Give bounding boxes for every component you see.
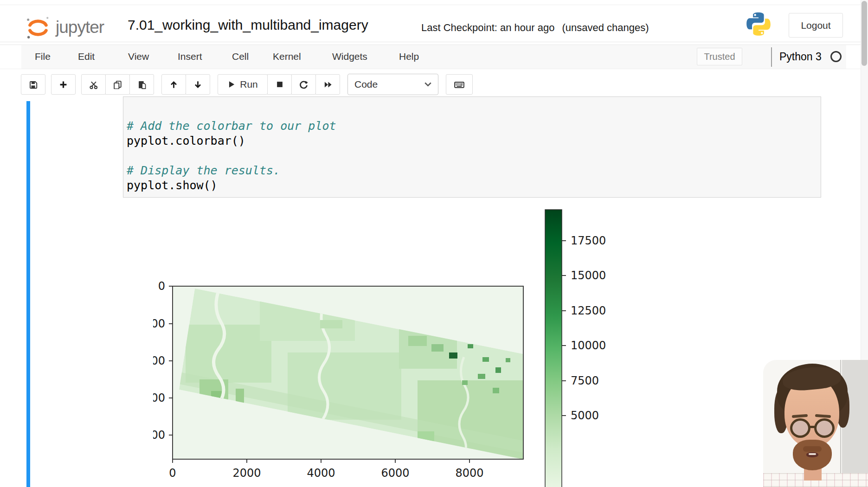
menu-kernel[interactable]: Kernel	[273, 45, 301, 69]
run-label: Run	[240, 79, 258, 90]
jupyter-logo-text: jupyter	[56, 18, 104, 37]
menu-help[interactable]: Help	[399, 45, 419, 69]
cut-cell-button[interactable]	[81, 74, 106, 95]
run-icon	[227, 80, 236, 89]
menu-file[interactable]: File	[35, 45, 51, 69]
interrupt-kernel-button[interactable]	[267, 74, 292, 95]
colorbar-tick-label: 5000	[571, 409, 599, 422]
output-plot: 0 1000 2000 3000 4000 0 2000 4000 6000 8…	[153, 204, 617, 487]
jupyter-notebook-window: jupyter 7.01_working_with_multiband_imag…	[0, 0, 868, 487]
header-divider	[0, 42, 868, 42]
move-cell-down-button[interactable]	[186, 74, 210, 95]
copy-icon	[113, 80, 122, 89]
colorbar-tick-label: 7500	[571, 374, 599, 387]
code-line-colorbar[interactable]: pyplot.colorbar()	[127, 134, 245, 148]
presenter-teeth	[809, 453, 816, 455]
kernel-divider	[771, 47, 772, 67]
code-line-show[interactable]: pyplot.show()	[127, 178, 218, 192]
colorbar-tick-label: 10000	[571, 339, 606, 352]
y-axis-ticks	[169, 286, 173, 435]
run-button[interactable]: Run	[218, 74, 268, 95]
scrollbar-thumb[interactable]	[862, 1, 867, 66]
chevron-down-icon	[424, 82, 431, 87]
x-axis-ticks	[173, 459, 469, 463]
presenter-webcam-overlay	[763, 360, 868, 487]
menu-cell[interactable]: Cell	[232, 45, 249, 69]
y-tick-label: 4000	[153, 429, 165, 442]
notebook-toolbar: Run Code	[21, 74, 473, 95]
y-tick-label: 1000	[153, 317, 165, 330]
code-line-comment-2[interactable]: # Display the results.	[127, 163, 280, 178]
notebook-header: jupyter 7.01_working_with_multiband_imag…	[0, 5, 868, 42]
colorbar-tick-label: 15000	[571, 269, 606, 282]
x-tick-label: 6000	[381, 467, 409, 480]
colorbar	[545, 210, 562, 487]
selected-cell-indicator[interactable]	[26, 101, 30, 487]
fast-forward-icon	[323, 80, 332, 89]
y-tick-label: 2000	[153, 354, 165, 367]
copy-cell-button[interactable]	[105, 74, 130, 95]
kernel-name: Python 3	[779, 45, 822, 69]
notebook-title[interactable]: 7.01_working_with_multiband_imagery	[128, 17, 368, 33]
checkpoint-text: Last Checkpoint: an hour ago	[421, 22, 554, 33]
menu-view[interactable]: View	[128, 45, 149, 69]
colorbar-tick-label: 17500	[571, 234, 606, 247]
colorbar-tick-label: 12500	[571, 304, 606, 317]
x-axis-labels: 0 2000 4000 6000 8000	[169, 467, 483, 480]
colorbar-labels: 17500 15000 12500 10000 7500 5000	[571, 234, 606, 422]
python-logo-icon	[745, 11, 772, 39]
clipped-code-line[interactable]: g = pyplot.figure(figsize=(12, 6))	[127, 96, 392, 103]
presenter-glasses-bridge	[810, 426, 815, 428]
presenter-glasses	[814, 418, 835, 438]
paste-cell-button[interactable]	[129, 74, 154, 95]
menu-widgets[interactable]: Widgets	[332, 45, 367, 69]
move-cell-up-button[interactable]	[161, 74, 186, 95]
restart-kernel-button[interactable]	[291, 74, 316, 95]
command-palette-button[interactable]	[446, 74, 473, 95]
move-up-icon	[169, 80, 178, 89]
stop-icon	[276, 80, 284, 89]
y-tick-label: 3000	[153, 391, 165, 404]
menu-edit[interactable]: Edit	[78, 45, 95, 69]
colorbar-ticks	[562, 241, 566, 416]
code-line-comment-1[interactable]: # Add the colorbar to our plot	[127, 119, 336, 133]
logout-label: Logout	[801, 20, 830, 31]
cell-type-select[interactable]: Code	[347, 74, 438, 95]
restart-run-all-button[interactable]	[315, 74, 340, 95]
add-cell-button[interactable]	[51, 74, 76, 95]
checkpoint-status: Last Checkpoint: an hour ago(unsaved cha…	[421, 22, 649, 34]
menu-insert[interactable]: Insert	[178, 45, 202, 69]
cell-type-value: Code	[354, 79, 378, 90]
cut-icon	[89, 80, 98, 89]
save-button[interactable]	[21, 74, 45, 95]
trusted-button[interactable]: Trusted	[697, 48, 742, 65]
x-tick-label: 4000	[307, 467, 335, 480]
trusted-label: Trusted	[704, 51, 735, 62]
unsaved-changes-text: (unsaved changes)	[562, 22, 649, 33]
jupyter-logo-icon	[24, 14, 51, 41]
menubar-bottom-border	[0, 69, 868, 69]
x-tick-label: 2000	[232, 467, 261, 480]
paste-icon	[137, 80, 146, 89]
y-axis-labels: 0 1000 2000 3000 4000	[153, 280, 165, 442]
presenter-mustache	[803, 446, 822, 452]
kernel-idle-circle-icon	[830, 51, 842, 62]
y-tick-label: 0	[158, 280, 165, 293]
restart-kernel-icon	[299, 80, 308, 89]
move-down-icon	[193, 80, 202, 89]
presenter-glasses	[790, 418, 810, 438]
x-tick-label: 0	[169, 467, 176, 480]
add-cell-icon	[59, 80, 68, 89]
keyboard-icon	[454, 80, 465, 89]
save-icon	[29, 80, 38, 89]
logout-button[interactable]: Logout	[789, 13, 843, 38]
x-tick-label: 8000	[455, 467, 483, 480]
jupyter-logo[interactable]: jupyter	[24, 15, 104, 39]
